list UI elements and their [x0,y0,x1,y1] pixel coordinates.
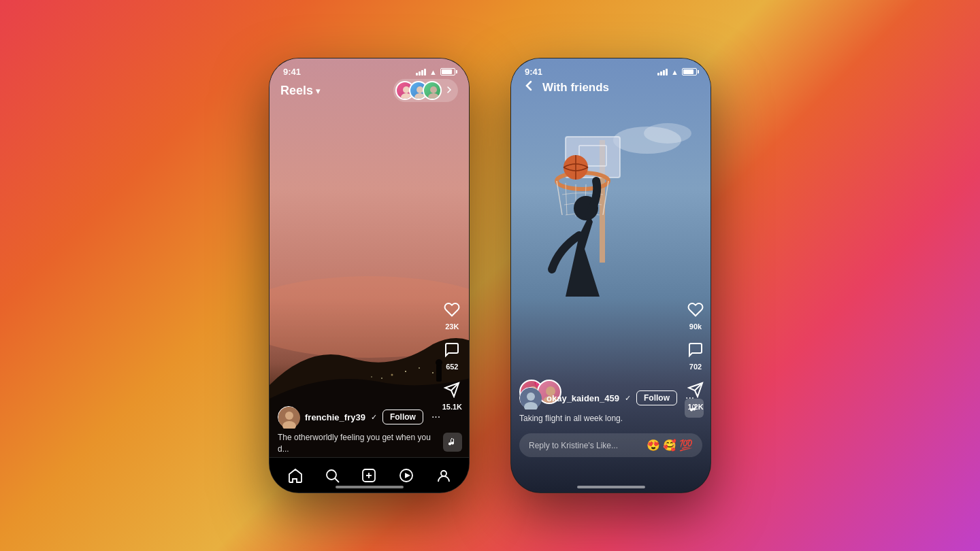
phone2-content: 9:41 ▲ With friends [511,59,710,492]
home-indicator-2 [577,486,645,488]
reply-bar[interactable]: Reply to Kristine's Like... 😍 🥰 💯 [519,433,702,457]
actions-column-1: 23K 652 [442,301,462,411]
username-1: frenchie_fry39 [305,412,365,422]
comment-action[interactable]: 652 [444,341,460,371]
battery-icon [440,68,455,76]
reels-nav[interactable] [393,462,420,489]
phone-2: 9:41 ▲ With friends [510,58,711,493]
wifi-icon-2: ▲ [671,68,679,76]
user-row-2: okay_kaiden_459 ✓ Follow ··· [519,387,676,409]
back-arrow-icon[interactable] [522,79,536,96]
profile-nav[interactable] [430,462,457,489]
avatar-2 [519,387,541,409]
caption-1: The otherworldly feeling you get when yo… [278,432,435,455]
user-info-bar-1: frenchie_fry39 ✓ Follow ··· The otherwor… [278,406,435,455]
share-action[interactable]: 15.1K [442,382,462,411]
heart-icon-2 [687,301,704,320]
search-nav[interactable] [318,462,346,489]
story-avatar-3 [423,81,442,100]
share-count-1: 15.1K [442,403,462,411]
music-icon-2 [685,399,704,418]
caption-2: Taking flight in all week long. [519,413,676,424]
status-bar-1: 9:41 ▲ [270,59,469,80]
username-2: okay_kaiden_459 [546,393,619,403]
reply-emojis: 😍 🥰 💯 [647,439,693,452]
comment-count-1: 652 [446,363,458,371]
comment-count-2: 702 [689,363,702,371]
comment-icon [444,341,460,361]
home-nav[interactable] [281,462,308,489]
follow-button-2[interactable]: Follow [636,390,677,405]
phone-1: 9:41 ▲ Reels ▾ [269,58,470,493]
chevron-down-icon: ▾ [316,86,320,96]
svg-point-15 [428,93,439,100]
share-icon [444,382,460,401]
like-count-1: 23K [445,322,459,331]
verified-icon-2: ✓ [625,394,631,403]
user-info-bar-2: okay_kaiden_459 ✓ Follow ··· Taking flig… [519,387,676,424]
svg-point-52 [527,393,535,401]
chevron-right-icon [444,85,454,97]
svg-point-14 [430,86,437,93]
emoji-2: 🥰 [663,439,676,452]
reply-placeholder: Reply to Kristine's Like... [529,441,618,450]
comment-icon-2 [687,341,704,361]
status-icons-2: ▲ [657,68,697,76]
emoji-3: 💯 [679,439,693,452]
like-action[interactable]: 23K [444,301,460,331]
phone1-content: 9:41 ▲ Reels ▾ [270,59,469,492]
add-nav[interactable] [355,462,382,489]
like-action-2[interactable]: 90k [687,301,704,331]
home-indicator-1 [336,486,404,488]
emoji-1: 😍 [647,439,660,452]
status-icons-1: ▲ [416,68,455,76]
status-bar-2: 9:41 ▲ [511,59,710,80]
verified-icon-1: ✓ [371,413,377,422]
signal-icon [416,69,426,76]
music-icon-1 [443,433,462,452]
more-icon-1[interactable]: ··· [431,411,440,423]
like-count-2: 90k [689,322,702,331]
svg-point-19 [285,412,293,420]
wifi-icon: ▲ [429,68,437,76]
with-friends-title: With friends [542,81,609,95]
reels-label: Reels [280,84,313,98]
follow-button-1[interactable]: Follow [382,410,423,424]
time-2: 9:41 [525,67,542,77]
comment-action-2[interactable]: 702 [687,341,704,371]
stories-row[interactable] [393,79,458,102]
time-1: 9:41 [283,67,301,77]
user-row-1: frenchie_fry39 ✓ Follow ··· [278,406,435,428]
heart-icon [444,301,460,320]
battery-icon-2 [682,68,697,76]
svg-point-28 [441,471,446,476]
svg-line-22 [335,478,339,482]
reels-title[interactable]: Reels ▾ [280,84,320,98]
avatar-1 [278,406,299,428]
signal-icon-2 [657,69,668,76]
svg-marker-27 [405,473,410,478]
svg-point-21 [327,470,336,480]
